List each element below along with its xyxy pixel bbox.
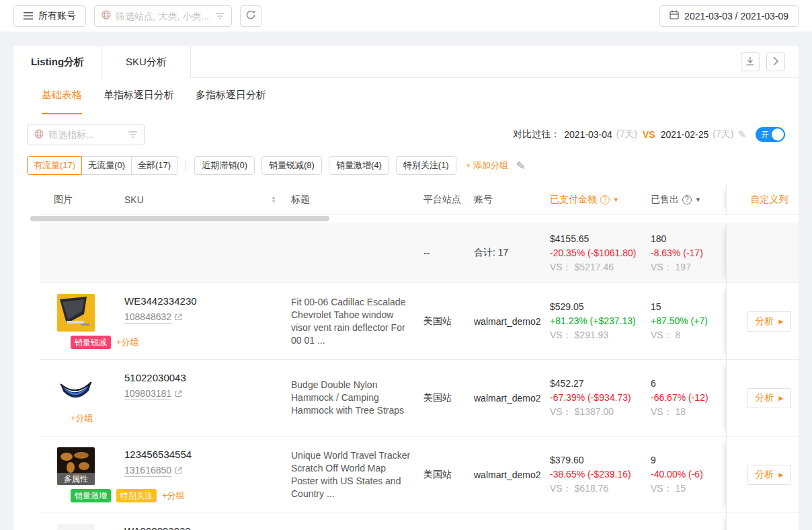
add-group-button[interactable]: + 添加分组 xyxy=(466,159,508,172)
globe-icon xyxy=(102,10,111,22)
account-name: walmart_demo2 xyxy=(474,469,550,480)
tab-listing-analysis[interactable]: Listing分析 xyxy=(13,46,102,79)
date-range-button[interactable]: 2021-03-03 / 2021-03-09 xyxy=(659,5,799,27)
header-sku: SKU ▲▼ xyxy=(124,194,291,205)
action-cell: 分析 ▶ xyxy=(726,283,799,359)
summary-paid-metric: $4155.65 -20.35% (-$1061.80) VS： $5217.4… xyxy=(550,232,651,274)
header-custom-columns[interactable]: 自定义列 xyxy=(726,185,799,214)
table-header: 图片 SKU ▲▼ 标题 平台站点 账号 已支付金额 ? ▼ 已售出 ? ▼ 自… xyxy=(40,185,799,215)
external-link-icon[interactable] xyxy=(175,465,182,476)
top-bar: 所有账号 2021-03-03 / 2021-03-09 xyxy=(0,0,812,32)
chip-special-focus[interactable]: 特别关注(1) xyxy=(396,156,456,175)
segment-has-traffic[interactable]: 有流量(17) xyxy=(27,156,82,175)
table-row: 51022030043 109803181 Budge Double Nylon… xyxy=(40,359,799,436)
tab-sku-analysis[interactable]: SKU分析 xyxy=(102,46,191,78)
action-cell: 分析 ▶ xyxy=(726,437,799,513)
chevron-right-icon xyxy=(772,56,779,68)
table-row: WE3442334230 108848632 Fit 00-06 Cadilla… xyxy=(40,282,799,359)
sku-sort-icon[interactable]: ▲▼ xyxy=(271,196,276,204)
segment-no-traffic[interactable]: 无流量(0) xyxy=(81,156,132,175)
question-circle-icon: ? xyxy=(600,195,610,204)
site-filter-input[interactable] xyxy=(116,11,211,22)
subtab-single-metric-daily[interactable]: 单指标逐日分析 xyxy=(104,89,174,114)
subtab-basic-table[interactable]: 基础表格 xyxy=(42,89,82,114)
header-sold-label: 已售出 xyxy=(651,194,679,206)
compare-toggle[interactable]: 开 xyxy=(756,127,785,142)
header-sold[interactable]: 已售出 ? ▼ xyxy=(651,194,726,206)
listing-id-link[interactable]: 131616850 xyxy=(124,465,171,477)
filter-lines-icon xyxy=(128,129,137,140)
badge-special-focus: 特别关注 xyxy=(116,489,157,502)
download-button[interactable] xyxy=(741,52,760,71)
sku-cell: 51022030043 109803181 xyxy=(124,360,291,436)
multi-attribute-overlay: 多属性 xyxy=(57,473,95,485)
paid-metric: $379.60 -38.65% (-$239.16) VS： $618.76 xyxy=(550,453,651,496)
play-icon: ▶ xyxy=(779,395,784,402)
refresh-icon xyxy=(245,9,256,22)
globe-icon xyxy=(34,129,44,141)
metric-filter-input[interactable] xyxy=(48,129,124,140)
paid-metric: $452.27 -67.39% (-$934.73) VS： $1387.00 xyxy=(550,377,651,419)
all-accounts-button[interactable]: 所有账号 xyxy=(13,5,86,27)
summary-row: -- 合计: 17 $4155.65 -20.35% (-$1061.80) V… xyxy=(40,223,799,282)
summary-custom-cell xyxy=(726,223,799,282)
filter-lines-icon xyxy=(216,11,225,22)
header-sku-label: SKU xyxy=(124,194,144,205)
caret-down-icon[interactable]: ▼ xyxy=(695,196,701,203)
product-image-placeholder xyxy=(57,524,95,530)
divider xyxy=(186,161,186,171)
all-accounts-label: 所有账号 xyxy=(38,10,76,22)
compare-date-1: 2021-03-04 xyxy=(564,129,612,140)
listing-id-link[interactable]: 108848632 xyxy=(124,311,171,324)
account-name: walmart_demo2 xyxy=(474,316,550,327)
header-account: 账号 xyxy=(474,194,550,206)
header-paid-amount[interactable]: 已支付金额 ? ▼ xyxy=(550,194,651,206)
header-paid-label: 已支付金额 xyxy=(550,194,597,206)
listing-title: Unique World Travel Tracker Scratch Off … xyxy=(291,449,423,500)
chip-sales-drop[interactable]: 销量锐减(8) xyxy=(261,156,322,175)
row-add-group-button[interactable]: +分组 xyxy=(162,490,185,502)
product-image-world-map: 多属性 xyxy=(57,447,95,485)
horizontal-scrollbar[interactable] xyxy=(30,216,329,221)
refresh-button[interactable] xyxy=(240,5,261,27)
header-title: 标题 xyxy=(291,194,423,206)
row-add-group-button[interactable]: +分组 xyxy=(71,412,93,424)
external-link-icon[interactable] xyxy=(175,389,182,400)
analyze-button[interactable]: 分析 ▶ xyxy=(747,311,792,332)
product-image-hammock xyxy=(57,371,95,408)
chip-sales-surge[interactable]: 销量激增(4) xyxy=(329,156,389,175)
row-add-group-button[interactable]: +分组 xyxy=(116,336,139,348)
listing-title: Budge Double Nylon Hammock / Camping Ham… xyxy=(291,379,423,417)
edit-compare-icon[interactable]: ✎ xyxy=(737,128,746,141)
listing-id-link[interactable]: 109803181 xyxy=(124,388,171,400)
summary-sold-metric: 180 -8.63% (-17) VS： 197 xyxy=(651,232,726,274)
play-icon: ▶ xyxy=(779,318,784,325)
analysis-card: Listing分析 SKU分析 基础表格 单指标逐日分析 多指标逐日分析 xyxy=(13,46,799,530)
platform-site: 美国站 xyxy=(423,315,474,328)
action-cell xyxy=(726,513,799,530)
sku-code: 51022030043 xyxy=(124,372,186,383)
edit-groups-icon[interactable]: ✎ xyxy=(516,159,525,172)
collapse-panel-button[interactable] xyxy=(766,52,785,71)
question-circle-icon: ? xyxy=(682,195,692,204)
segment-all[interactable]: 全部(17) xyxy=(131,156,177,175)
hamburger-icon xyxy=(24,11,33,22)
metric-filter-input-box[interactable] xyxy=(27,124,145,145)
analyze-button[interactable]: 分析 ▶ xyxy=(747,388,792,408)
horizontal-scroll-track xyxy=(27,215,785,223)
caret-down-icon[interactable]: ▼ xyxy=(613,196,619,203)
sku-cell: WE3442334230 108848632 xyxy=(124,283,291,359)
date-range-label: 2021-03-03 / 2021-03-09 xyxy=(684,11,788,22)
analyze-label: 分析 xyxy=(756,315,774,328)
analyze-button[interactable]: 分析 ▶ xyxy=(747,465,792,485)
external-link-icon[interactable] xyxy=(175,312,182,323)
site-filter-input-box[interactable] xyxy=(94,5,232,27)
chip-slow-moving[interactable]: 近期滞销(0) xyxy=(194,156,255,175)
group-bar: 有流量(17) 无流量(0) 全部(17) 近期滞销(0) 销量锐减(8) 销量… xyxy=(27,156,785,175)
table-row: WA898893932 xyxy=(40,513,799,530)
analyze-label: 分析 xyxy=(756,469,774,481)
subtab-multi-metric-daily[interactable]: 多指标逐日分析 xyxy=(196,89,266,114)
tab-sku-label: SKU分析 xyxy=(126,56,167,69)
sku-code: WA898893932 xyxy=(124,525,191,530)
platform-site: 美国站 xyxy=(423,469,474,481)
